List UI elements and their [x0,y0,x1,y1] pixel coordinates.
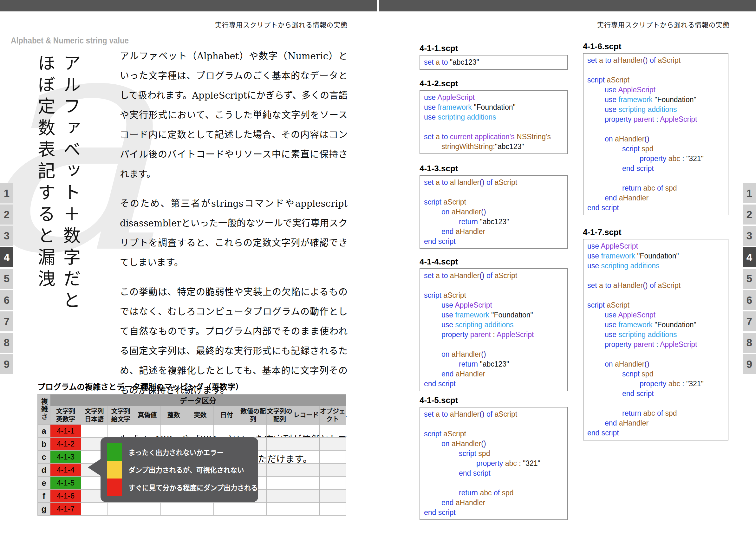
empty-cell [319,503,346,516]
code-line: end script [424,237,563,246]
code-box: use AppleScriptuse framework "Foundation… [419,90,568,154]
code-block-4-1-6: 4-1-6.scptset a to aHandler() of aScript… [583,42,728,215]
code-block-4-1-5: 4-1-5.scptset a to aHandler() of aScript… [419,396,568,520]
page-tab-7: 7 [743,311,756,332]
table-column-header: 文字列の配列 [266,406,293,425]
code-line: use AppleScript [587,85,724,95]
code-line: return "abc123" [424,217,563,227]
code-line: use scripting additions [424,320,563,330]
code-line: end script [424,508,563,518]
empty-cell [319,451,346,464]
code-line [424,187,563,197]
status-cell-4-1-5: 4-1-5 [50,477,81,490]
legend-item: まったく出力されないかエラー [107,443,253,461]
empty-cell [266,425,293,438]
code-box: set a to aHandler() of aScript script aS… [419,268,568,391]
code-line [424,340,563,349]
code-block-4-1-2: 4-1-2.scptuse AppleScriptuse framework "… [419,79,568,154]
page-tab-5: 5 [0,269,13,289]
code-line: end aHandler [587,418,724,428]
vertical-title-line-2: ほぼ定数表記すると漏洩 [32,54,58,327]
code-line: use scripting additions [587,330,724,340]
code-block-title: 4-1-3.scpt [419,164,568,173]
code-line: end script [587,164,724,174]
code-line [424,478,563,488]
code-line: script spd [424,449,563,459]
legend-items: まったく出力されないかエラーダンプ出力されるが、可視化されないすぐに見て分かる程… [107,443,253,496]
empty-cell [81,503,108,516]
page-tab-4: 4 [0,247,13,267]
code-line: return abc of spd [424,488,563,498]
table-title: プログラムの複雑さとデータ種別のマッピング（英数字） [38,381,243,392]
status-cell-4-1-3: 4-1-3 [50,451,81,464]
code-line: script spd [587,369,724,379]
empty-cell [134,503,161,516]
code-line: use scripting additions [587,261,724,271]
code-line: use framework "Foundation" [587,320,724,330]
code-line: return abc of spd [587,183,724,193]
code-line: property parent : AppleScript [587,115,724,124]
row-letter: d [38,464,50,477]
code-line: script aScript [587,75,724,85]
empty-cell [266,503,293,516]
code-line: use framework "Foundation" [587,251,724,261]
code-line [587,399,724,409]
table-column-header: レコード [293,406,320,425]
status-cell-4-1-7: 4-1-7 [50,503,81,516]
empty-cell [293,490,320,503]
code-line: return abc of spd [587,409,724,418]
code-block-title: 4-1-1.scpt [419,44,568,53]
table-column-header: 真偽値 [134,406,161,425]
code-block-title: 4-1-4.scpt [419,257,568,266]
code-block-4-1-3: 4-1-3.scptset a to aHandler() of aScript… [419,164,568,249]
code-line: use AppleScript [587,310,724,320]
code-line: end aHandler [587,193,724,203]
empty-cell [107,425,134,438]
row-letter: c [38,451,50,464]
page-tab-2: 2 [0,204,13,225]
code-box: set a to aHandler() of aScript script aS… [419,407,568,520]
empty-cell [319,477,346,490]
empty-cell [266,438,293,451]
empty-cell [160,425,187,438]
code-line: set a to aHandler() of aScript [424,271,563,280]
page-tab-5: 5 [743,269,756,289]
empty-cell [266,451,293,464]
page-tab-3: 3 [743,226,756,246]
code-line: use scripting additions [587,105,724,115]
empty-cell [266,490,293,503]
code-block-4-1-4: 4-1-4.scptset a to aHandler() of aScript… [419,257,568,391]
empty-cell [134,425,161,438]
code-line: end aHandler [424,369,563,379]
code-block-title: 4-1-2.scpt [419,79,568,88]
code-line [587,65,724,75]
book-spread: 実行専用スクリプトから漏れる情報の実態 実行専用スクリプトから漏れる情報の実態 … [0,0,756,534]
status-cell-4-1-4: 4-1-4 [50,464,81,477]
code-line: script aScript [587,300,724,310]
status-cell-4-1-2: 4-1-2 [50,438,81,451]
code-line: script aScript [424,429,563,439]
empty-cell [293,464,320,477]
vertical-chapter-title: アルファベット＋数字だと ほぼ定数表記すると漏洩 [32,54,83,327]
empty-cell [266,464,293,477]
empty-cell [293,477,320,490]
body-paragraph: そのため、第三者がstringsコマンドやapplescript disasse… [120,194,348,272]
empty-cell [107,503,134,516]
code-box: set a to "abc123" [419,55,568,70]
code-line: property parent : AppleScript [587,340,724,349]
code-line: set a to aHandler() of aScript [424,409,563,419]
empty-cell [160,503,187,516]
page-tab-7: 7 [0,311,13,332]
code-line: set a to current application's NSString'… [424,132,563,142]
empty-cell [293,503,320,516]
page-tab-4: 4 [743,247,756,267]
code-line [587,124,724,134]
code-line: use framework "Foundation" [424,310,563,320]
code-line: property abc : "321" [587,154,724,164]
code-line: end script [424,379,563,389]
legend-tooltip: まったく出力されないかエラーダンプ出力されるが、可視化されないすぐに見て分かる程… [100,437,258,502]
code-line: end script [424,468,563,478]
empty-cell [240,425,267,438]
page-tab-9: 9 [0,354,13,374]
table-row: a4-1-1 [38,425,346,438]
